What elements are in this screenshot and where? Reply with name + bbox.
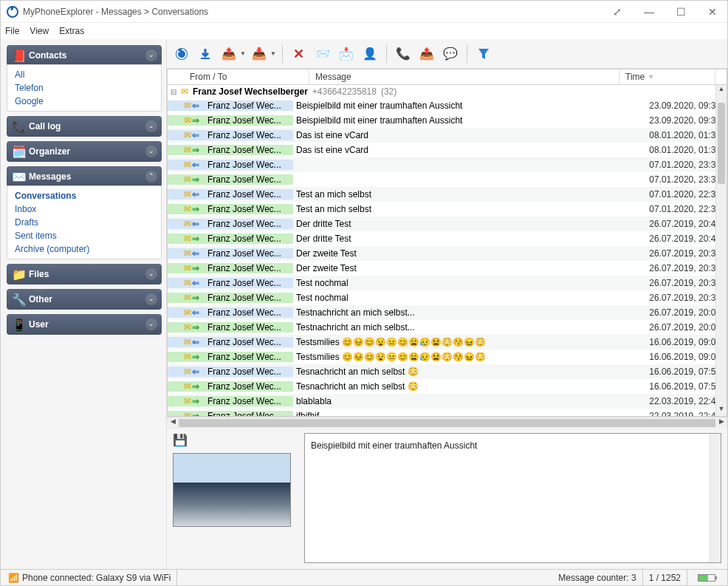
panel-messages[interactable]: ✉️ Messages ⌃: [7, 166, 162, 187]
scroll-thumb[interactable]: [179, 419, 715, 427]
table-row[interactable]: ✉⇐Franz Josef Wec...07.01.2020, 23:37: [168, 157, 727, 172]
attachment-thumbnail[interactable]: [173, 453, 291, 527]
envelope-icon: ✉: [181, 86, 188, 97]
message-preview[interactable]: Beispielbild mit einer traumhaften Aussi…: [304, 433, 721, 563]
incoming-icon: ✉⇐: [184, 219, 205, 229]
messages-item-sent[interactable]: Sent items: [9, 229, 159, 242]
scroll-left-icon[interactable]: ◀: [167, 418, 179, 429]
menu-extras[interactable]: Extras: [59, 26, 84, 36]
statusbar: 📶Phone connected: Galaxy S9 via WiFi Mes…: [1, 569, 727, 585]
outgoing-icon: ✉⇒: [184, 263, 205, 273]
table-row[interactable]: ✉⇒Franz Josef Wec...Test nochmal26.07.20…: [168, 290, 727, 305]
row-time: 22.03.2019, 22:49: [631, 396, 727, 406]
collapse-icon[interactable]: ⊟: [171, 88, 176, 96]
row-from: Franz Josef Wec...: [207, 234, 281, 244]
vertical-scrollbar[interactable]: ▲ ▼: [715, 85, 727, 416]
table-row[interactable]: ✉⇒Franz Josef Wec...Beispielbild mit ein…: [168, 113, 727, 128]
panel-files[interactable]: 📁 Files ⌄: [7, 264, 162, 285]
messages-item-archive[interactable]: Archive (computer): [9, 242, 159, 256]
chat-button[interactable]: 💬: [440, 44, 461, 64]
messages-item-drafts[interactable]: Drafts: [9, 216, 159, 229]
col-time[interactable]: Time▼: [619, 69, 715, 84]
export-button[interactable]: 📤: [219, 44, 239, 64]
scroll-down-icon[interactable]: ▼: [716, 405, 727, 416]
reply-button[interactable]: 📨: [312, 44, 333, 64]
table-row[interactable]: ✉⇒Franz Josef Wec...blablabla22.03.2019,…: [168, 394, 727, 409]
conversation-header[interactable]: ⊟ ✉ Franz Josef Wechselberger +436642235…: [168, 85, 727, 98]
row-from: Franz Josef Wec...: [207, 307, 281, 318]
calllog-icon: 📞: [10, 120, 29, 134]
col-message[interactable]: Message: [309, 69, 619, 84]
import-button[interactable]: 📥: [249, 44, 269, 64]
minimize-button[interactable]: ―: [639, 4, 659, 19]
row-message: Das ist eine vCard: [293, 145, 631, 155]
panel-user[interactable]: 📱 User ⌄: [7, 314, 162, 335]
table-row[interactable]: ✉⇒Franz Josef Wec...Testnachricht an mic…: [168, 320, 727, 335]
close-button[interactable]: ✕: [704, 4, 721, 19]
restore-down-icon[interactable]: ⤢: [608, 4, 626, 19]
table-row[interactable]: ✉⇒Franz Josef Wec...Das ist eine vCard08…: [168, 143, 727, 157]
send-button[interactable]: 📤: [416, 44, 437, 64]
dropdown-icon[interactable]: ▼: [270, 50, 276, 57]
table-row[interactable]: ✉⇒Franz Josef Wec...Tesnachricht an mich…: [168, 379, 727, 394]
contacts-item-google[interactable]: Google: [9, 95, 159, 108]
row-from: Franz Josef Wec...: [207, 100, 281, 111]
table-row[interactable]: ✉⇐Franz Josef Wec...Tesnachricht an mich…: [168, 364, 727, 379]
row-time: 26.07.2019, 20:35: [631, 278, 727, 288]
incoming-icon: ✉⇐: [184, 278, 205, 288]
panel-other[interactable]: 🔧 Other ⌄: [7, 289, 162, 310]
panel-calllog[interactable]: 📞 Call log ⌄: [7, 116, 162, 137]
call-button[interactable]: 📞: [393, 44, 413, 64]
table-row[interactable]: ✉⇒Franz Josef Wec...07.01.2020, 23:37: [168, 172, 727, 187]
contacts-item-telefon[interactable]: Telefon: [9, 81, 159, 95]
menu-view[interactable]: View: [30, 26, 49, 36]
delete-button[interactable]: ✕: [289, 44, 309, 64]
scroll-thumb[interactable]: [718, 103, 725, 184]
filter-button[interactable]: [473, 44, 494, 64]
save-icon[interactable]: 💾: [173, 433, 298, 447]
user-icon: 📱: [10, 318, 29, 332]
panel-contacts[interactable]: 📕 Contacts ⌄: [7, 45, 162, 66]
messages-item-inbox[interactable]: Inbox: [9, 202, 159, 216]
row-from: Franz Josef Wec...: [207, 130, 281, 140]
panel-organizer[interactable]: 🗓️ Organizer ⌄: [7, 141, 162, 162]
row-from: Franz Josef Wec...: [207, 189, 281, 200]
row-message: Testsmilies 😊😣😊😧😐😊😩😥😫😳😚😖😳: [293, 337, 631, 347]
row-message: Testsmilies 😊😣😊😧😐😊😩😥😫😳😚😖😳: [293, 352, 631, 362]
table-row[interactable]: ✉⇒Franz Josef Wec...Test an mich selbst0…: [168, 202, 727, 217]
table-row[interactable]: ✉⇐Franz Josef Wec...Beispielbild mit ein…: [168, 98, 727, 113]
table-row[interactable]: ✉⇐Franz Josef Wec...Test nochmal26.07.20…: [168, 276, 727, 290]
contacts-item-all[interactable]: All: [9, 68, 159, 81]
table-row[interactable]: ✉⇒Franz Josef Wec...Der zweite Test26.07…: [168, 261, 727, 276]
download-button[interactable]: [195, 44, 216, 64]
messages-item-conversations[interactable]: Conversations: [9, 189, 159, 202]
refresh-button[interactable]: [171, 44, 192, 64]
scroll-up-icon[interactable]: ▲: [716, 85, 727, 96]
table-row[interactable]: ✉⇐Franz Josef Wec...Testnachricht an mic…: [168, 305, 727, 320]
horizontal-scrollbar[interactable]: ◀ ▶: [167, 417, 727, 429]
dropdown-icon[interactable]: ▼: [240, 50, 246, 57]
sidebar: 📕 Contacts ⌄ All Telefon Google 📞 Call l…: [1, 39, 166, 569]
table-row[interactable]: ✉⇐Franz Josef Wec...Der dritte Test26.07…: [168, 217, 727, 231]
status-counter: Message counter: 3: [552, 570, 642, 585]
table-row[interactable]: ✉⇒Franz Josef Wec...Der dritte Test26.07…: [168, 231, 727, 246]
row-from: Franz Josef Wec...: [207, 352, 281, 362]
col-from[interactable]: From / To: [184, 69, 309, 84]
outgoing-icon: ✉⇒: [184, 174, 205, 185]
preview-scrollbar[interactable]: [710, 434, 721, 562]
table-row[interactable]: ✉⇐Franz Josef Wec...Das ist eine vCard08…: [168, 128, 727, 143]
table-row[interactable]: ✉⇐Franz Josef Wec...Test an mich selbst0…: [168, 187, 727, 202]
forward-button[interactable]: 📩: [336, 44, 357, 64]
add-contact-button[interactable]: 👤: [360, 44, 380, 64]
scroll-right-icon[interactable]: ▶: [715, 418, 727, 429]
table-row[interactable]: ✉⇒Franz Josef Wec...ifhifhif22.03.2019, …: [168, 409, 727, 417]
window-title: MyPhoneExplorer - Messages > Conversatio…: [23, 7, 208, 17]
maximize-button[interactable]: ☐: [672, 4, 690, 19]
separator: [467, 45, 467, 63]
row-time: 08.01.2020, 01:30: [631, 145, 727, 155]
table-row[interactable]: ✉⇐Franz Josef Wec...Der zweite Test26.07…: [168, 246, 727, 261]
table-row[interactable]: ✉⇐Franz Josef Wec...Testsmilies 😊😣😊😧😐😊😩😥…: [168, 335, 727, 350]
table-row[interactable]: ✉⇒Franz Josef Wec...Testsmilies 😊😣😊😧😐😊😩😥…: [168, 350, 727, 364]
menu-file[interactable]: File: [5, 26, 19, 36]
row-from: Franz Josef Wec...: [207, 145, 281, 155]
